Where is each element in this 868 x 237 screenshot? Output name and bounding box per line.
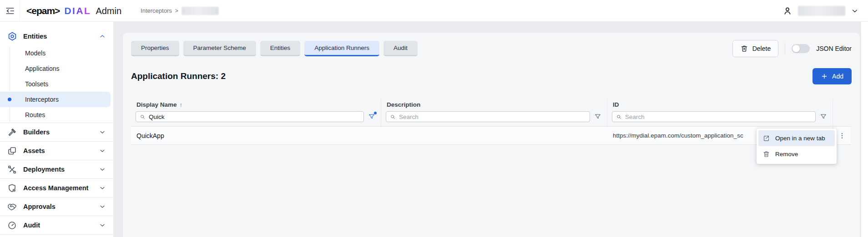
row-kebab-menu-button[interactable] [836,130,848,142]
description-search-input[interactable] [399,114,586,120]
description-filter-button[interactable] [594,113,602,121]
sidebar-section-label: Approvals [23,203,99,210]
display-name-search-input[interactable] [149,114,360,120]
runners-table: Display Name ↑ Description ID [131,99,852,145]
copy-icon [7,146,17,156]
chevron-down-icon [99,222,106,229]
filter-active-dot [374,112,377,114]
tab-entities[interactable]: Entities [260,41,300,56]
toggle-knob [792,45,800,52]
delete-label: Delete [752,45,771,52]
add-button[interactable]: Add [812,68,852,84]
sidebar-section-builders[interactable]: Builders [0,123,113,141]
sidebar-item-models[interactable]: Models [0,45,111,61]
epam-logo: <epam> [26,5,60,16]
sidebar-item-routes[interactable]: Routes [0,107,111,123]
user-icon [782,6,792,16]
sidebar-collapse-button[interactable] [0,0,20,22]
sidebar-item-label: Models [25,49,45,57]
tab-bar: Properties Parameter Scheme Entities App… [131,41,418,56]
handshake-icon [7,202,17,212]
menu-item-open-new-tab[interactable]: Open in a new tab [758,130,835,146]
gauge-icon [7,221,17,230]
breadcrumb-separator: > [175,8,178,14]
json-editor-label: JSON Editor [816,45,852,52]
search-cell-description [381,109,607,127]
description-search [386,111,590,122]
user-menu[interactable] [782,0,859,22]
chevron-up-icon [99,33,106,40]
menu-item-label: Remove [775,151,798,158]
id-search [612,111,816,122]
tab-audit[interactable]: Audit [384,41,418,56]
crossed-tools-icon [7,165,17,174]
sidebar-section-entities[interactable]: Entities [0,27,113,45]
dial-logo: DIAL [64,5,91,16]
sidebar-section-audit[interactable]: Audit [0,216,113,234]
json-editor-toggle[interactable] [792,44,810,53]
breadcrumb-root-link[interactable]: Interceptors [141,7,172,14]
display-name-filter-button[interactable] [368,113,376,121]
trash-icon [762,150,770,158]
menu-item-remove[interactable]: Remove [758,146,835,162]
id-search-input[interactable] [625,114,812,120]
table-header-row: Display Name ↑ Description ID [131,99,852,109]
content-panel: Properties Parameter Scheme Entities App… [123,33,860,237]
page-title: Application Runners: 2 [131,71,226,81]
heading-row: Application Runners: 2 Add [131,67,852,85]
column-header-id[interactable]: ID [607,99,833,109]
sidebar-item-interceptors[interactable]: Interceptors [0,92,111,107]
tab-application-runners[interactable]: Application Runners [304,41,379,56]
sidebar-section-label: Entities [23,33,99,40]
tabs-toolbar-row: Properties Parameter Scheme Entities App… [131,40,852,57]
app-logo: <epam> DIAL Admin [26,5,121,16]
chevron-down-icon [99,128,106,136]
column-label: ID [613,101,619,108]
chevron-down-icon [851,7,859,15]
entities-subnav: Models Applications Toolsets Interceptor… [0,45,113,123]
column-label: Display Name [136,101,177,108]
sidebar-section-assets[interactable]: Assets [0,142,113,160]
sidebar-section-access-management[interactable]: Access Management [0,179,113,197]
column-header-description[interactable]: Description [381,99,607,109]
delete-button[interactable]: Delete [732,40,778,57]
sidebar-section-deployments[interactable]: Deployments [0,160,113,178]
cell-description [381,127,607,145]
scroll-gutter [861,22,868,237]
tab-properties[interactable]: Properties [131,41,179,56]
sort-asc-icon: ↑ [180,101,183,108]
sidebar-section-label: Assets [23,147,99,154]
add-label: Add [832,73,843,80]
display-name-search [136,111,364,122]
sidebar-collapse-icon [5,6,15,16]
column-label: Description [387,101,420,108]
sidebar-item-toolsets[interactable]: Toolsets [0,76,111,92]
id-filter-button[interactable] [820,113,828,121]
shield-gear-icon [7,183,17,193]
sidebar-section-label: Audit [23,222,99,229]
search-cell-display-name [131,109,381,127]
selected-dot [8,98,11,101]
sidebar-item-applications[interactable]: Applications [0,61,111,76]
tab-parameter-scheme[interactable]: Parameter Scheme [183,41,256,56]
table-search-row [131,109,852,127]
search-cell-actions [833,109,851,127]
hexagon-icon [7,31,17,41]
sidebar: Entities Models Applications Toolsets In… [0,22,114,237]
chevron-down-icon [99,203,106,210]
sidebar-section-label: Deployments [23,166,99,173]
divider [0,234,113,235]
cell-display-name: QuickApp [131,127,381,145]
table-row[interactable]: QuickApp https://mydial.epam.com/custom_… [131,127,852,145]
sidebar-section-label: Builders [23,128,99,136]
chevron-down-icon [99,166,106,173]
row-context-menu: Open in a new tab Remove [757,128,837,164]
top-bar: <epam> DIAL Admin Interceptors > [0,0,868,22]
search-icon [140,114,146,120]
trash-x-icon [740,44,748,53]
column-header-display-name[interactable]: Display Name ↑ [131,99,381,109]
column-header-actions [833,99,851,109]
sidebar-section-label: Access Management [23,184,99,192]
menu-item-label: Open in a new tab [775,135,825,142]
sidebar-section-approvals[interactable]: Approvals [0,198,113,216]
